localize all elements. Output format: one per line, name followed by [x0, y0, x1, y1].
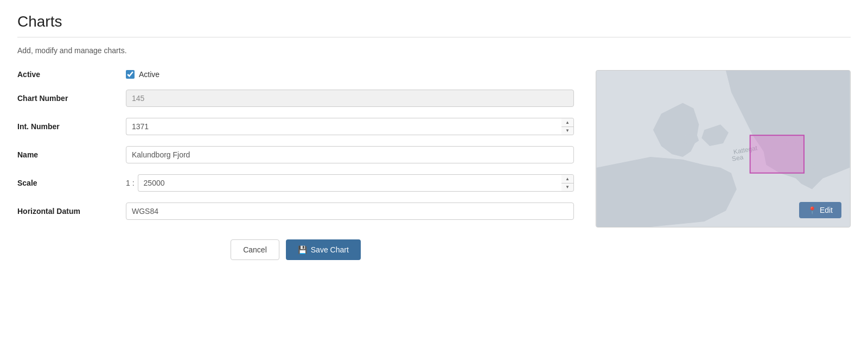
scale-prefix: 1 :	[126, 179, 135, 187]
int-number-control: ▲ ▼	[126, 118, 574, 135]
scale-down-button[interactable]: ▼	[561, 184, 573, 192]
active-label: Active	[17, 70, 126, 79]
scale-wrap: 1 : ▲ ▼	[126, 174, 574, 192]
save-chart-button[interactable]: 💾 Save Chart	[286, 239, 361, 260]
scale-spinner-buttons: ▲ ▼	[561, 174, 574, 192]
active-checkbox-text: Active	[139, 70, 159, 79]
scale-spinner: ▲ ▼	[138, 174, 574, 192]
scale-label: Scale	[17, 179, 126, 187]
cancel-button[interactable]: Cancel	[231, 239, 279, 260]
name-row: Name	[17, 146, 574, 163]
edit-button-label: Edit	[820, 206, 833, 214]
active-checkbox[interactable]	[126, 70, 135, 79]
int-number-input[interactable]	[126, 118, 561, 135]
int-number-spinner: ▲ ▼	[126, 118, 574, 135]
buttons-row: Cancel 💾 Save Chart	[17, 239, 574, 260]
active-checkbox-label[interactable]: Active	[126, 70, 574, 79]
form-section: Active Active Chart Number Int. Number	[17, 70, 574, 260]
name-label: Name	[17, 150, 126, 159]
location-icon: 📍	[808, 206, 816, 214]
map-section: Kattegat Sea 📍 Edit	[596, 70, 851, 227]
divider	[17, 37, 851, 37]
int-number-label: Int. Number	[17, 122, 126, 131]
int-number-up-button[interactable]: ▲	[561, 118, 573, 127]
chart-number-input[interactable]	[126, 90, 574, 107]
edit-button[interactable]: 📍 Edit	[799, 202, 841, 218]
horizontal-datum-row: Horizontal Datum	[17, 203, 574, 220]
save-icon: 💾	[298, 245, 307, 254]
chart-number-control	[126, 90, 574, 107]
horizontal-datum-input[interactable]	[126, 203, 574, 220]
scale-input[interactable]	[138, 174, 561, 192]
name-control	[126, 146, 574, 163]
int-number-down-button[interactable]: ▼	[561, 127, 573, 135]
save-chart-label: Save Chart	[311, 245, 349, 254]
scale-up-button[interactable]: ▲	[561, 175, 573, 184]
svg-rect-3	[750, 135, 804, 173]
active-control: Active	[126, 70, 574, 79]
scale-row: Scale 1 : ▲ ▼	[17, 174, 574, 192]
map-container: Kattegat Sea 📍 Edit	[596, 70, 851, 227]
chart-number-label: Chart Number	[17, 94, 126, 103]
page-subtitle: Add, modify and manage charts.	[17, 46, 851, 55]
int-number-spinner-buttons: ▲ ▼	[561, 118, 574, 135]
scale-control: 1 : ▲ ▼	[126, 174, 574, 192]
name-input[interactable]	[126, 146, 574, 163]
int-number-row: Int. Number ▲ ▼	[17, 118, 574, 135]
horizontal-datum-label: Horizontal Datum	[17, 207, 126, 216]
active-row: Active Active	[17, 70, 574, 79]
horizontal-datum-control	[126, 203, 574, 220]
page-title: Charts	[17, 13, 851, 30]
chart-number-row: Chart Number	[17, 90, 574, 107]
